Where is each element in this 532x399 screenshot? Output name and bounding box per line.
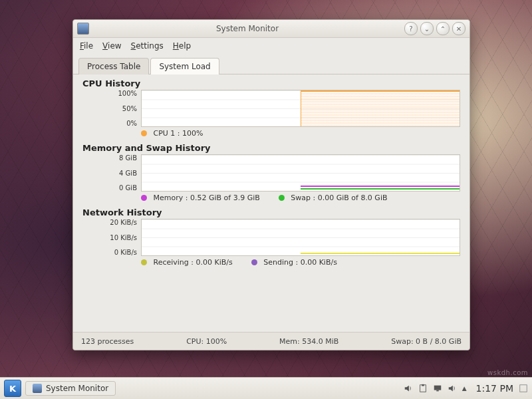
watermark: wskdh.com — [487, 369, 528, 376]
svg-rect-4 — [520, 385, 527, 392]
dot-icon — [251, 259, 257, 265]
menubar: File View Settings Help — [73, 38, 469, 54]
cpu-y-axis: 100% 50% 0% — [82, 90, 141, 127]
tab-process-table[interactable]: Process Table — [78, 58, 149, 74]
tx-legend-item: Sending : 0.00 KiB/s — [251, 258, 337, 267]
show-desktop-icon[interactable] — [519, 384, 528, 393]
cpu-series-fill — [301, 90, 460, 126]
tab-system-load[interactable]: System Load — [150, 58, 219, 74]
help-button[interactable]: ? — [404, 22, 418, 35]
memory-legend-item: Memory : 0.52 GiB of 3.9 GiB — [141, 194, 260, 202]
network-series-line — [301, 253, 460, 254]
swap-series-line — [301, 188, 460, 190]
clock[interactable]: 1:17 PM — [476, 383, 513, 394]
taskbar-item-system-monitor[interactable]: System Monitor — [25, 381, 116, 396]
volume-icon[interactable] — [404, 384, 413, 393]
swap-legend-item: Swap : 0.00 GiB of 8.0 GiB — [279, 194, 388, 202]
cpu-section: CPU History 100% 50% 0% CPU 1 : 100% — [82, 78, 460, 138]
system-tray: ▲ 1:17 PM — [404, 383, 528, 394]
svg-rect-1 — [422, 384, 424, 386]
clipboard-icon[interactable] — [418, 384, 428, 393]
cpu-legend-item: CPU 1 : 100% — [141, 129, 203, 138]
memory-y-axis: 8 GiB 4 GiB 0 GiB — [82, 154, 141, 192]
menu-file[interactable]: File — [80, 41, 93, 51]
network-chart — [141, 219, 460, 256]
cpu-heading: CPU History — [82, 78, 460, 88]
window-title: System Monitor — [93, 24, 402, 33]
status-swap: Swap: 0 B / 8.0 GiB — [391, 337, 462, 346]
dot-icon — [141, 130, 147, 136]
maximize-button[interactable]: ⌃ — [436, 22, 450, 35]
memory-section: Memory and Swap History 8 GiB 4 GiB 0 Gi… — [82, 143, 460, 202]
tab-bar: Process Table System Load — [73, 54, 469, 74]
titlebar[interactable]: System Monitor ? ⌄ ⌃ ✕ — [73, 20, 469, 38]
tray-expand-icon[interactable]: ▲ — [462, 385, 467, 392]
dot-icon — [141, 259, 147, 265]
menu-settings[interactable]: Settings — [131, 41, 164, 51]
menu-help[interactable]: Help — [173, 41, 191, 51]
network-icon[interactable] — [433, 384, 442, 393]
app-launcher-button[interactable]: K — [4, 380, 21, 397]
app-icon — [77, 23, 89, 35]
system-monitor-window: System Monitor ? ⌄ ⌃ ✕ File View Setting… — [72, 19, 470, 350]
dot-icon — [141, 195, 147, 201]
status-mem: Mem: 534.0 MiB — [279, 337, 338, 346]
network-y-axis: 20 KiB/s 10 KiB/s 0 KiB/s — [82, 219, 141, 256]
network-section: Network History 20 KiB/s 10 KiB/s 0 KiB/… — [82, 207, 460, 267]
rx-legend-item: Receiving : 0.00 KiB/s — [141, 258, 233, 267]
network-heading: Network History — [82, 207, 460, 217]
dot-icon — [279, 195, 285, 201]
cpu-chart — [141, 90, 460, 127]
menu-view[interactable]: View — [102, 41, 121, 51]
taskbar: K System Monitor ▲ 1:17 PM — [0, 377, 532, 399]
app-icon — [33, 384, 42, 393]
volume-icon-2[interactable] — [448, 384, 457, 393]
content-area: CPU History 100% 50% 0% CPU 1 : 100% — [73, 74, 469, 332]
status-processes: 123 processes — [81, 337, 134, 346]
svg-rect-2 — [434, 386, 441, 390]
memory-heading: Memory and Swap History — [82, 143, 460, 153]
status-cpu: CPU: 100% — [186, 337, 227, 346]
svg-rect-3 — [436, 390, 439, 392]
close-button[interactable]: ✕ — [452, 22, 466, 35]
memory-series-line — [301, 186, 460, 187]
status-bar: 123 processes CPU: 100% Mem: 534.0 MiB S… — [73, 332, 469, 350]
minimize-button[interactable]: ⌄ — [420, 22, 434, 35]
memory-chart — [141, 154, 460, 192]
